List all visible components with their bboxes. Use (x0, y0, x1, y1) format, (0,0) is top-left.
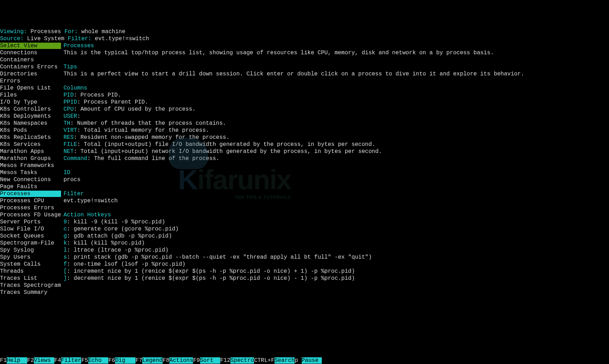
sidebar-item-32[interactable]: Traces List (0, 275, 37, 282)
hotkey-key-0: 9 (64, 218, 67, 226)
sidebar-item-12[interactable]: K8s ReplicaSets (0, 134, 51, 141)
sidebar-item-26[interactable]: Socket Queues (0, 233, 44, 239)
detail-id-label: ID (64, 169, 70, 176)
footer-key-1: F2 (27, 357, 34, 364)
sidebar-item-8[interactable]: K8s Controllers (0, 106, 51, 112)
hotkey-desc-5: : print stack (gdb -p %proc.pid --batch … (67, 254, 372, 261)
header-filter-label: Filter: (68, 35, 91, 42)
sidebar-item-10[interactable]: K8s Namespaces (0, 120, 47, 127)
column-desc-5: : Total virtual memory for the process. (77, 127, 209, 134)
sidebar-item-20[interactable]: Processes (0, 191, 61, 197)
sidebar-item-9[interactable]: K8s Deployments (0, 113, 51, 119)
sidebar-item-24[interactable]: Server Ports (0, 219, 41, 225)
column-desc-4: : Number of threads that the process con… (70, 120, 226, 127)
detail-filter-value: evt.type!=switch (64, 197, 118, 204)
sidebar-item-5[interactable]: File Opens List (0, 85, 51, 91)
sidebar-item-4[interactable]: Errors (0, 78, 20, 84)
sidebar-item-2[interactable]: Containers Errors (0, 64, 58, 70)
footer-key-9: CTRL+F (254, 357, 275, 364)
hotkey-key-5: s (64, 254, 67, 261)
footer-key-10: p (295, 357, 301, 364)
detail-tips-text: This is a perfect view to start a drill … (64, 70, 524, 78)
column-desc-3: : (77, 113, 80, 120)
sidebar-item-30[interactable]: System Calls (0, 261, 41, 267)
footer-label-5[interactable]: Legend (142, 357, 163, 364)
sidebar-item-17[interactable]: Mesos Tasks (0, 169, 37, 176)
detail-title: Processes (64, 42, 94, 49)
column-name-3: USER (64, 113, 77, 120)
header-viewing-value: Processes (27, 28, 65, 35)
hotkey-key-1: c (64, 226, 67, 233)
column-desc-2: : Amount of CPU used by the process. (74, 106, 196, 113)
sidebar-item-25[interactable]: Slow File I/O (0, 226, 44, 232)
column-name-7: FILE (64, 141, 77, 148)
sidebar-item-29[interactable]: Spy Users (0, 254, 30, 260)
footer-key-4: F6 (108, 357, 115, 364)
column-desc-8: : Total (input+output) network I/O bandw… (74, 148, 382, 155)
hotkey-key-3: k (64, 240, 67, 247)
sidebar-item-16[interactable]: Mesos Frameworks (0, 162, 54, 169)
detail-description: This is the typical top/htop process lis… (64, 49, 494, 56)
footer-key-2: F4 (54, 357, 61, 364)
sidebar-title: Select View (0, 43, 61, 49)
sidebar-item-0[interactable]: Connections (0, 50, 37, 56)
footer-label-8[interactable]: Spectro (230, 357, 254, 364)
detail-tips-label: Tips (64, 63, 77, 70)
detail-hotkeys-label: Action Hotkeys (64, 211, 111, 218)
sidebar-item-18[interactable]: New Connections (0, 177, 51, 183)
column-name-9: Command (64, 155, 87, 162)
footer-label-0[interactable]: Help (7, 357, 27, 364)
footer-label-1[interactable]: Views (34, 357, 54, 364)
footer-label-2[interactable]: Filter (61, 357, 82, 364)
footer-label-4[interactable]: Dig (115, 357, 135, 364)
header-source-value: Live System (24, 35, 68, 42)
header-viewing-label: Viewing: (0, 28, 27, 35)
sidebar-item-21[interactable]: Processes CPU (0, 198, 44, 204)
sidebar-item-1[interactable]: Containers (0, 57, 34, 63)
footer-bar: F1Help F2Views F4FilterF5Echo F6Dig F7Le… (0, 357, 609, 364)
hotkey-desc-3: : kill (kill %proc.pid) (67, 240, 145, 247)
footer-key-6: F8 (163, 357, 169, 364)
footer-label-6[interactable]: Actions (169, 357, 193, 364)
sidebar-item-14[interactable]: Marathon Apps (0, 148, 44, 155)
sidebar-item-6[interactable]: Files (0, 92, 17, 98)
sidebar-item-19[interactable]: Page Faults (0, 184, 37, 190)
header-source-label: Source: (0, 35, 24, 42)
hotkey-desc-6: : one-time lsof (lsof -p %proc.pid) (67, 261, 186, 268)
footer-label-3[interactable]: Echo (88, 357, 109, 364)
sidebar-item-33[interactable]: Traces Spectrogram (0, 282, 61, 289)
sidebar-item-11[interactable]: K8s Pods (0, 127, 27, 134)
sidebar-item-23[interactable]: Processes FD Usage (0, 212, 61, 218)
column-desc-0: : Process PID. (74, 92, 121, 99)
column-name-0: PID (64, 92, 74, 99)
footer-label-7[interactable]: Sort (200, 357, 221, 364)
column-desc-7: : Total (input+output) file I/O bandwidt… (77, 141, 375, 148)
sidebar-item-34[interactable]: Traces Summary (0, 289, 47, 296)
sidebar-item-28[interactable]: Spy Syslog (0, 247, 34, 253)
sidebar-item-13[interactable]: K8s Services (0, 141, 41, 148)
sidebar-item-31[interactable]: Threads (0, 268, 24, 274)
sidebar-item-22[interactable]: Processes Errors (0, 205, 54, 211)
hotkey-desc-2: : gdb attach (gdb -p %proc.pid) (67, 233, 172, 240)
hotkey-desc-0: : kill -9 (kill -9 %proc.pid) (67, 218, 165, 226)
column-desc-6: : Resident non-swapped memory for the pr… (74, 134, 230, 141)
header-for-value: whole machine (78, 28, 125, 35)
hotkey-key-6: f (64, 261, 67, 268)
sidebar-item-15[interactable]: Marathon Groups (0, 155, 51, 162)
footer-label-9[interactable]: Search (275, 357, 295, 364)
sidebar-item-3[interactable]: Directories (0, 71, 37, 77)
footer-key-3: F5 (81, 357, 88, 364)
column-desc-1: : Process Parent PID. (77, 99, 148, 106)
footer-label-10[interactable]: Pause (302, 357, 322, 364)
column-name-6: RES (64, 134, 74, 141)
column-desc-9: : The full command line of the process. (87, 155, 219, 162)
footer-key-0: F1 (0, 357, 7, 364)
hotkey-key-4: l (64, 247, 67, 254)
footer-key-8: F12 (220, 357, 230, 364)
sidebar-item-7[interactable]: I/O by Type (0, 99, 37, 105)
detail-columns-label: Columns (64, 85, 87, 92)
hotkey-key-7: [ (64, 268, 67, 275)
header-filter-value: evt.type!=switch (91, 35, 149, 42)
detail-filter-label: Filter (64, 190, 84, 197)
sidebar-item-27[interactable]: Spectrogram-File (0, 240, 54, 246)
